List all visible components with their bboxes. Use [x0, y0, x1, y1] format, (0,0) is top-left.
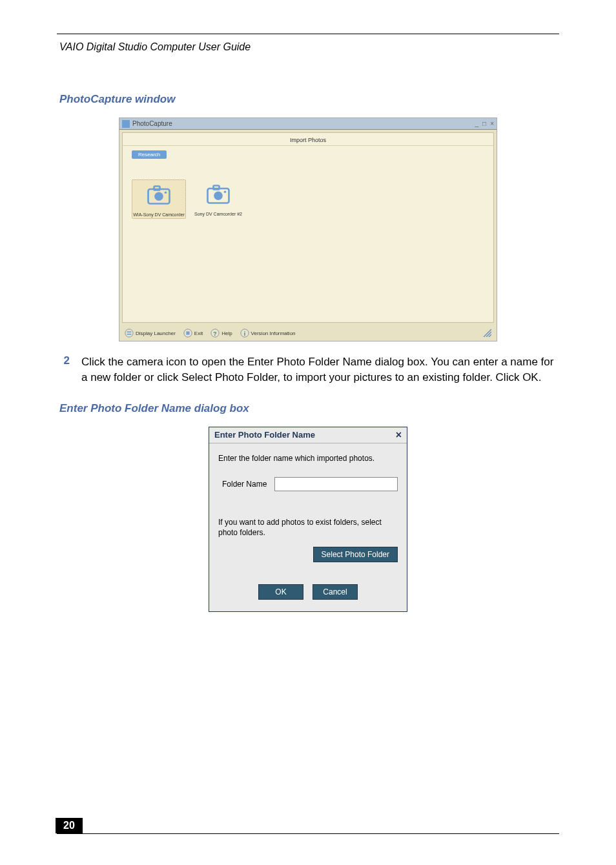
instruction-step: 2 Click the camera icon to open the Ente…: [59, 354, 557, 385]
resize-grip-icon[interactable]: [482, 328, 491, 338]
version-label: Version Information: [251, 331, 296, 336]
svg-rect-1: [154, 187, 160, 190]
svg-point-3: [165, 191, 167, 194]
svg-point-6: [214, 192, 223, 201]
exit-icon: [183, 329, 192, 338]
window-titlebar: PhotoCapture _ □ ×: [119, 118, 497, 130]
photocapture-window: PhotoCapture _ □ × Import Photos Researc…: [119, 117, 497, 341]
device-label: Sony DV Camcorder #2: [191, 212, 245, 216]
minimize-icon[interactable]: _: [475, 121, 479, 127]
section-heading-photocapture: PhotoCapture window: [59, 93, 557, 106]
svg-point-2: [154, 192, 163, 201]
svg-rect-10: [127, 334, 132, 335]
page-number: 20: [56, 818, 83, 833]
step-text: Click the camera icon to open the Enter …: [81, 354, 557, 385]
device-item[interactable]: Sony DV Camcorder #2: [191, 179, 245, 219]
folder-name-label: Folder Name: [218, 480, 267, 489]
dialog-instruction: Enter the folder name which imported pho…: [218, 454, 398, 463]
folder-name-input[interactable]: [274, 477, 398, 491]
close-icon[interactable]: ×: [490, 121, 494, 127]
version-info-button[interactable]: i Version Information: [240, 329, 296, 338]
exit-label: Exit: [194, 331, 203, 336]
launcher-label: Display Launcher: [136, 331, 176, 336]
help-icon: ?: [210, 329, 220, 338]
top-rule: [57, 34, 559, 34]
step-number: 2: [59, 354, 70, 385]
panel-title: Import Photos: [123, 133, 493, 146]
select-photo-folder-button[interactable]: Select Photo Folder: [313, 547, 398, 562]
launcher-icon: [125, 329, 134, 338]
running-header: VAIO Digital Studio Computer User Guide: [59, 41, 251, 53]
svg-text:?: ?: [213, 331, 216, 337]
app-icon: [122, 120, 130, 128]
section-heading-dialog: Enter Photo Folder Name dialog box: [59, 402, 557, 415]
enter-photo-folder-dialog: Enter Photo Folder Name × Enter the fold…: [209, 427, 407, 612]
info-icon: i: [240, 329, 249, 338]
help-label: Help: [221, 331, 232, 336]
display-launcher-button[interactable]: Display Launcher: [125, 329, 176, 338]
bottom-rule: [57, 833, 559, 834]
svg-point-8: [125, 329, 133, 337]
svg-rect-9: [127, 331, 132, 332]
window-body: Import Photos Research WIA-Sony DV Camco…: [122, 132, 494, 323]
dialog-title: Enter Photo Folder Name: [214, 430, 315, 440]
research-tab[interactable]: Research: [132, 150, 167, 159]
svg-text:i: i: [243, 331, 245, 337]
device-item[interactable]: WIA-Sony DV Camcorder: [132, 179, 186, 219]
svg-rect-5: [214, 186, 220, 190]
device-label: WIA-Sony DV Camcorder: [132, 212, 185, 217]
device-list: WIA-Sony DV Camcorder Sony DV Camcorder …: [123, 146, 493, 219]
window-title: PhotoCapture: [132, 120, 172, 127]
help-button[interactable]: ? Help: [210, 329, 232, 338]
close-icon[interactable]: ×: [396, 430, 402, 440]
camera-icon: [207, 185, 230, 204]
maximize-icon[interactable]: □: [482, 121, 486, 127]
svg-point-7: [224, 190, 227, 193]
status-bar: Display Launcher Exit ? Help i Version I…: [119, 325, 497, 341]
dialog-titlebar: Enter Photo Folder Name ×: [209, 427, 407, 443]
exit-button[interactable]: Exit: [183, 329, 203, 338]
svg-rect-12: [186, 331, 189, 334]
camera-icon: [147, 185, 170, 205]
dialog-instruction-2: If you want to add photos to exist folde…: [218, 517, 398, 538]
cancel-button[interactable]: Cancel: [313, 584, 358, 600]
ok-button[interactable]: OK: [258, 584, 303, 600]
